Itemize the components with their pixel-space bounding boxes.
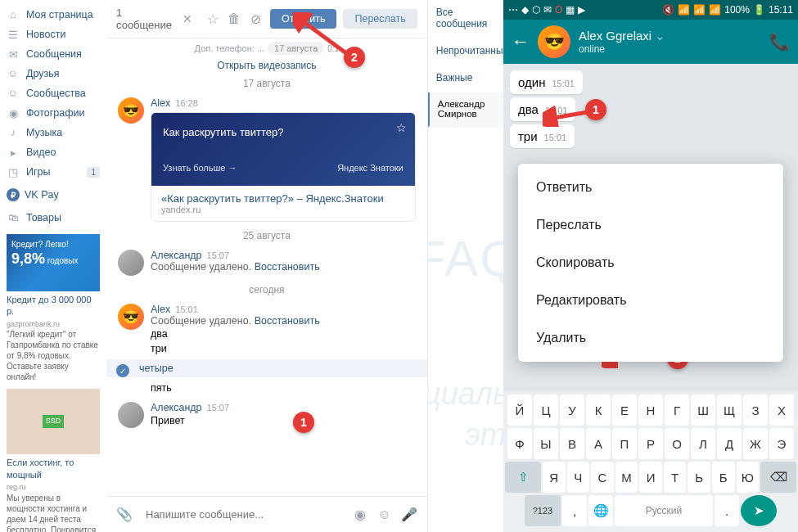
key[interactable]: Е: [612, 394, 637, 426]
key[interactable]: П: [612, 428, 637, 459]
numbers-key[interactable]: ?123: [525, 495, 561, 526]
menu-copy[interactable]: Скопировать: [518, 244, 783, 282]
key[interactable]: Щ: [717, 394, 742, 426]
mic-icon[interactable]: 🎤: [401, 507, 417, 523]
period-key[interactable]: .: [715, 495, 739, 526]
open-video-link[interactable]: Открыть видеозапись: [217, 60, 316, 71]
sidebar-item-photos[interactable]: ◉Фотографии: [0, 103, 106, 123]
message-input[interactable]: [141, 503, 344, 525]
check-icon: ✓: [116, 364, 129, 377]
key[interactable]: Т: [664, 462, 687, 493]
attach-icon[interactable]: 📎: [116, 507, 133, 523]
key[interactable]: З: [743, 394, 768, 426]
avatar[interactable]: 😎: [538, 25, 570, 58]
key[interactable]: К: [586, 394, 611, 426]
comma-key[interactable]: ,: [562, 495, 587, 526]
forward-button[interactable]: Переслать: [343, 9, 417, 29]
reply-button[interactable]: Ответить: [270, 9, 336, 29]
message-text[interactable]: пять: [151, 381, 172, 395]
message-row[interactable]: 😎 Alex16:28 ☆ Как раскрутить твиттер? Уз…: [111, 94, 422, 225]
restore-link[interactable]: Восстановить: [255, 261, 320, 273]
back-icon[interactable]: ←: [512, 31, 530, 52]
menu-reply[interactable]: Ответить: [518, 169, 783, 206]
sidebar-item-home[interactable]: ⌂Моя страница: [0, 5, 106, 25]
key[interactable]: Й: [507, 394, 532, 426]
camera-icon[interactable]: ◉: [352, 507, 368, 523]
restore-link[interactable]: Восстановить: [255, 315, 320, 327]
sidebar-item-groups[interactable]: ☺Сообщества: [0, 83, 106, 103]
message-text[interactable]: три: [151, 341, 416, 356]
key[interactable]: О: [665, 428, 689, 459]
menu-delete[interactable]: Удалить: [518, 319, 783, 357]
sidebar-item-news[interactable]: ☰Новости: [0, 25, 106, 44]
tab-important[interactable]: Важные: [428, 65, 513, 92]
message-row[interactable]: Александр15:07 Сообщение удалено. Восста…: [111, 246, 422, 279]
key[interactable]: Н: [638, 394, 663, 426]
key[interactable]: У: [560, 394, 584, 426]
key[interactable]: Г: [665, 394, 689, 426]
key[interactable]: Б: [712, 462, 735, 493]
key[interactable]: Х: [769, 394, 794, 426]
msg-icon: ✉: [7, 47, 20, 61]
key[interactable]: Р: [638, 428, 663, 459]
key[interactable]: Ь: [688, 462, 710, 493]
ad-2[interactable]: SSD Если хостинг, то мощный reg.ru Мы ув…: [7, 389, 100, 532]
message-bubble[interactable]: два15:01: [510, 97, 575, 121]
key[interactable]: Ю: [737, 462, 760, 493]
key[interactable]: Я: [543, 462, 566, 493]
menu-edit[interactable]: Редактировать: [518, 282, 783, 319]
key[interactable]: Д: [717, 428, 742, 459]
sidebar-item-goods[interactable]: 🛍Товары: [0, 208, 106, 228]
sidebar-item-messages[interactable]: ✉Сообщения: [0, 44, 106, 64]
link-card[interactable]: ☆ Как раскрутить твиттер? Узнать больше …: [151, 112, 416, 222]
key[interactable]: Э: [769, 428, 794, 459]
mute-icon: 🔇: [662, 4, 674, 16]
tab-unread[interactable]: Непрочитанные: [428, 38, 513, 65]
tab-all[interactable]: Все сообщения: [428, 0, 513, 38]
key[interactable]: В: [560, 428, 584, 459]
filter-tabs: Все сообщения Непрочитанные Важные Алекс…: [427, 0, 513, 532]
backspace-key[interactable]: ⌫: [760, 462, 796, 493]
key[interactable]: М: [615, 462, 638, 493]
spam-icon[interactable]: ⊘: [249, 11, 264, 27]
key[interactable]: Л: [691, 428, 715, 459]
globe-key[interactable]: 🌐: [588, 495, 613, 526]
sidebar-item-friends[interactable]: ☺Друзья: [0, 64, 106, 83]
tab-contact[interactable]: Александр Смирнов: [428, 92, 513, 128]
star-icon[interactable]: ☆: [205, 11, 220, 27]
chat-header[interactable]: ← 😎 Alex Ggrelaxi ⌄ online 📞: [503, 20, 798, 64]
trash-icon[interactable]: 🗑: [227, 11, 241, 27]
enter-key[interactable]: ➤: [741, 495, 777, 526]
key[interactable]: С: [591, 462, 614, 493]
call-icon[interactable]: 📞: [769, 32, 790, 52]
ad-1[interactable]: Кредит? Легко!9,8% годовых Кредит до 3 0…: [7, 234, 100, 382]
key[interactable]: Ы: [534, 428, 558, 459]
emoji-icon[interactable]: ☺: [376, 507, 393, 523]
menu-forward[interactable]: Переслать: [518, 206, 783, 244]
message-selected[interactable]: ✓ четыре: [106, 359, 427, 377]
sidebar-item-games[interactable]: ◳Игры1: [0, 162, 106, 182]
sidebar-item-vkpay[interactable]: ₽VK Pay: [0, 182, 106, 208]
date-separator: 17 августа: [111, 73, 422, 94]
sidebar: ⌂Моя страница ☰Новости ✉Сообщения ☺Друзь…: [0, 0, 106, 532]
message-bubble[interactable]: один15:01: [510, 70, 583, 94]
home-icon: ⌂: [7, 8, 20, 21]
key[interactable]: А: [586, 428, 611, 459]
key[interactable]: Ф: [507, 428, 532, 459]
sidebar-item-video[interactable]: ▸Видео: [0, 142, 106, 162]
shift-key[interactable]: ⇧: [505, 462, 541, 493]
key[interactable]: Ц: [534, 394, 558, 426]
key[interactable]: И: [639, 462, 662, 493]
message-row[interactable]: 😎 Alex15:01 Сообщение удалено. Восстанов…: [111, 300, 422, 359]
message-bubble[interactable]: три15:01: [510, 124, 575, 148]
clear-selection[interactable]: ✕: [183, 12, 192, 25]
space-key[interactable]: Русский: [615, 495, 713, 526]
sidebar-item-music[interactable]: ♪Музыка: [0, 123, 106, 142]
message-row[interactable]: Александр15:07 Привет: [111, 399, 422, 431]
message-text[interactable]: два: [151, 327, 416, 341]
key[interactable]: Ч: [567, 462, 590, 493]
avatar: [118, 250, 144, 276]
key[interactable]: Ж: [743, 428, 768, 459]
vkpay-icon: ₽: [7, 188, 20, 201]
key[interactable]: Ш: [691, 394, 715, 426]
